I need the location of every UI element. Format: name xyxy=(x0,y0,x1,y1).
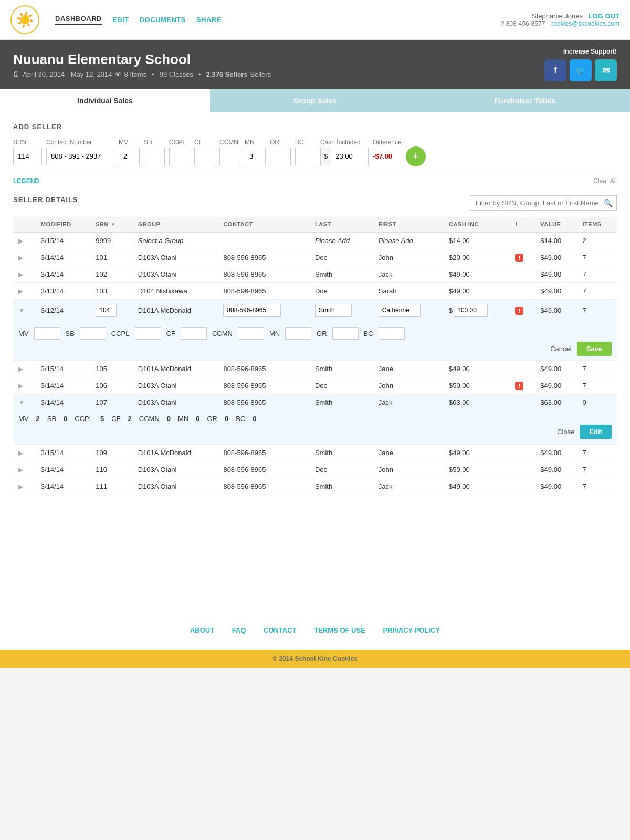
row-expander[interactable]: ▶ xyxy=(18,365,23,373)
row-expander[interactable]: ▶ xyxy=(18,271,23,278)
row-expander[interactable]: ▶ xyxy=(18,254,23,261)
ccmn-input[interactable] xyxy=(219,148,240,165)
cf-edit-input[interactable] xyxy=(181,327,207,340)
cell-flag xyxy=(510,445,535,461)
mv-edit-input[interactable] xyxy=(34,327,60,340)
nav-dashboard[interactable]: DASHBOARD xyxy=(55,15,102,25)
cell-value: $49.00 xyxy=(535,266,577,283)
sb-edit-label: SB xyxy=(66,330,75,338)
logo-area: ☀️ DASHBOARD EDIT DOCUMENTS SHARE xyxy=(10,5,222,34)
contact-field-group: Contact Number xyxy=(46,139,114,165)
bc-label: BC xyxy=(295,139,316,146)
row-expander[interactable]: ▶ xyxy=(18,483,23,490)
cell-srn: 111 xyxy=(90,478,133,495)
twitter-button[interactable]: 🐦 xyxy=(570,59,592,81)
row-expander[interactable]: ▶ xyxy=(18,449,23,457)
cash-input-wrapper: $ xyxy=(320,148,369,165)
cell-first: Please Add xyxy=(373,232,444,249)
sb-edit-input[interactable] xyxy=(80,327,106,340)
email-link[interactable]: cookies@skcookies.com xyxy=(550,20,620,27)
ccmn-edit-input[interactable] xyxy=(238,327,264,340)
srn-edit-input[interactable] xyxy=(96,304,117,317)
add-seller-button[interactable]: + xyxy=(406,146,426,166)
ccmn-detail-value: 0 xyxy=(167,415,171,423)
logout-button[interactable]: LOG OUT xyxy=(589,12,620,20)
seller-details-title: SELLER DETAILS xyxy=(13,196,78,204)
row-expander[interactable]: ▶ xyxy=(18,466,23,474)
filter-input[interactable] xyxy=(470,195,617,211)
email-button[interactable]: ✉ xyxy=(595,59,617,81)
row-expander[interactable]: ▶ xyxy=(18,237,23,245)
cell-modified: 3/15/14 xyxy=(36,361,90,377)
cell-items: 7 xyxy=(578,478,617,495)
cell-value: $49.00 xyxy=(535,249,577,266)
cell-group: D103A Otani xyxy=(133,266,218,283)
ccpl-edit-input[interactable] xyxy=(135,327,161,340)
footer-contact[interactable]: CONTACT xyxy=(264,626,297,634)
cancel-button[interactable]: Cancel xyxy=(550,345,571,353)
row-expander[interactable]: ▼ xyxy=(18,399,25,406)
mn-edit-input[interactable] xyxy=(285,327,311,340)
close-button[interactable]: Close xyxy=(557,428,574,436)
expand-detail-row: MV SB CCPL CF CCMN MN OR xyxy=(13,321,617,361)
footer-privacy[interactable]: PRIVACY POLICY xyxy=(383,626,440,634)
nav-edit[interactable]: EDIT xyxy=(112,16,129,24)
col-srn[interactable]: SRN ▼ xyxy=(90,217,133,232)
cell-first: John xyxy=(373,461,444,478)
sort-icon: ▼ xyxy=(110,222,116,227)
first-edit-input[interactable] xyxy=(379,304,421,317)
or-input[interactable] xyxy=(270,148,291,165)
mn-input[interactable] xyxy=(245,148,266,165)
tab-group-sales[interactable]: Group Sales xyxy=(210,89,420,112)
contact-edit-input[interactable] xyxy=(223,304,281,317)
col-contact: CONTACT xyxy=(218,217,310,232)
footer-faq[interactable]: FAQ xyxy=(232,626,246,634)
facebook-button[interactable]: f xyxy=(544,59,566,81)
tab-fundraiser-totals[interactable]: Fundraiser Totals xyxy=(420,89,630,112)
mn-field-group: MN xyxy=(245,139,266,165)
clear-all-button[interactable]: Clear All xyxy=(593,177,617,185)
cash-edit-input[interactable] xyxy=(454,304,488,317)
add-seller-row: SRN Contact Number MV SB CCPL CF CCMN M xyxy=(13,137,617,166)
last-edit-input[interactable] xyxy=(315,304,352,317)
or-field-group: OR xyxy=(270,139,291,165)
srn-input[interactable] xyxy=(13,148,42,165)
or-edit-input[interactable] xyxy=(332,327,359,340)
row-expander[interactable]: ▶ xyxy=(18,288,23,295)
cell-last: Doe xyxy=(310,249,373,266)
nav-documents[interactable]: DOCUMENTS xyxy=(140,16,186,24)
row-action-buttons: Close Edit xyxy=(18,425,612,439)
col-items: ITEMS xyxy=(578,217,617,232)
footer-terms[interactable]: TERMS OF USE xyxy=(314,626,365,634)
cell-modified: 3/14/14 xyxy=(36,377,90,394)
ccpl-label: CCPL xyxy=(169,139,190,146)
cf-input[interactable] xyxy=(194,148,215,165)
sb-field-group: SB xyxy=(144,139,165,165)
ccpl-input[interactable] xyxy=(169,148,190,165)
mv-detail-value: 2 xyxy=(36,415,40,423)
legend-link[interactable]: LEGEND xyxy=(13,177,39,185)
cell-group: D104 Nishikawa xyxy=(133,283,218,300)
cash-input[interactable] xyxy=(331,149,368,163)
bc-edit-input[interactable] xyxy=(379,327,405,340)
contact-label: Contact Number xyxy=(46,139,114,146)
mv-edit-label: MV xyxy=(18,330,29,338)
cell-group: D103A Otani xyxy=(133,461,218,478)
nav-share[interactable]: SHARE xyxy=(196,16,222,24)
edit-button[interactable]: Edit xyxy=(580,425,612,439)
cell-srn: 106 xyxy=(90,377,133,394)
table-row: ▶ 3/13/14 103 D104 Nishikawa 808-596-896… xyxy=(13,283,617,300)
tab-individual-sales[interactable]: Individual Sales xyxy=(0,89,210,112)
contact-input[interactable] xyxy=(46,148,114,165)
footer-about[interactable]: ABOUT xyxy=(190,626,214,634)
main-nav: DASHBOARD EDIT DOCUMENTS SHARE xyxy=(55,15,222,25)
sb-input[interactable] xyxy=(144,148,165,165)
row-expander[interactable]: ▶ xyxy=(18,382,23,390)
table-row: ▶ 3/15/14 9999 Select a Group Please Add… xyxy=(13,232,617,249)
cell-cash-inc: $ xyxy=(444,300,510,321)
save-button[interactable]: Save xyxy=(577,342,612,356)
row-expander[interactable]: ▼ xyxy=(18,307,25,314)
mv-input[interactable] xyxy=(119,148,140,165)
bc-input[interactable] xyxy=(295,148,316,165)
cell-group: D103A Otani xyxy=(133,394,218,411)
